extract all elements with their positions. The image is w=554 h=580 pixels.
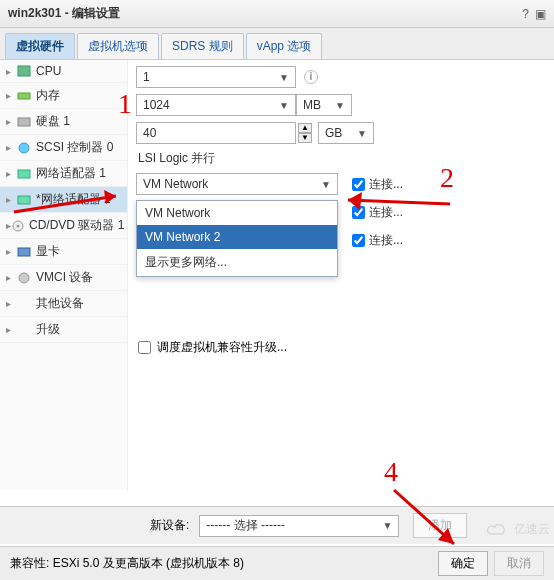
new-device-select[interactable]: ------ 选择 ------▼ xyxy=(199,515,399,537)
nic1-connect-checkbox[interactable] xyxy=(352,178,365,191)
chevron-right-icon: ▸ xyxy=(6,168,16,179)
info-icon[interactable]: i xyxy=(304,70,318,84)
svg-rect-0 xyxy=(18,66,30,76)
tab-virtual-hardware[interactable]: 虚拟硬件 xyxy=(5,33,75,59)
new-device-bar: 新设备: ------ 选择 ------▼ 添加 xyxy=(0,506,554,544)
chevron-down-icon: ▼ xyxy=(279,100,289,111)
window-title: win2k301 - 编辑设置 xyxy=(8,5,120,22)
hw-item-memory[interactable]: ▸ 内存 xyxy=(0,83,127,109)
dropdown-option[interactable]: VM Network xyxy=(137,201,337,225)
svg-rect-1 xyxy=(18,93,30,99)
hw-item-vmci[interactable]: ▸ VMCI 设备 xyxy=(0,265,127,291)
hw-item-cpu[interactable]: ▸ CPU xyxy=(0,60,127,83)
connect-label: 连接... xyxy=(369,232,403,249)
chevron-down-icon: ▼ xyxy=(321,179,331,190)
compat-text: 兼容性: ESXi 5.0 及更高版本 (虚拟机版本 8) xyxy=(10,555,244,572)
chevron-down-icon: ▼ xyxy=(279,72,289,83)
upgrade-label: 调度虚拟机兼容性升级... xyxy=(157,339,287,356)
tab-vm-options[interactable]: 虚拟机选项 xyxy=(77,33,159,59)
chevron-right-icon: ▸ xyxy=(6,298,16,309)
hw-item-nic1[interactable]: ▸ 网络适配器 1 xyxy=(0,161,127,187)
new-device-label: 新设备: xyxy=(150,517,189,534)
cpu-select[interactable]: 1▼ xyxy=(136,66,296,88)
connect-label: 连接... xyxy=(369,204,403,221)
nic1-select[interactable]: VM Network▼ xyxy=(136,173,338,195)
dropdown-option-selected[interactable]: VM Network 2 xyxy=(137,225,337,249)
help-icon[interactable]: ? xyxy=(522,7,529,21)
upgrade-checkbox[interactable] xyxy=(138,341,151,354)
cddvd-connect-checkbox[interactable] xyxy=(352,234,365,247)
cpu-icon xyxy=(16,64,32,78)
hw-item-nic2[interactable]: ▸ *网络适配器 2 xyxy=(0,187,127,213)
chevron-down-icon: ▼ xyxy=(357,128,367,139)
disk-icon xyxy=(16,115,32,129)
ok-button[interactable]: 确定 xyxy=(438,551,488,576)
chevron-right-icon: ▸ xyxy=(6,324,16,335)
svg-rect-5 xyxy=(18,196,30,204)
chevron-right-icon: ▸ xyxy=(6,246,16,257)
memory-input[interactable]: 1024▼ xyxy=(136,94,296,116)
video-icon xyxy=(16,245,32,259)
add-button: 添加 xyxy=(413,513,467,538)
nic-icon xyxy=(16,167,32,181)
disk-stepper[interactable]: ▲▼ xyxy=(298,123,312,143)
chevron-right-icon: ▸ xyxy=(6,194,16,205)
svg-rect-4 xyxy=(18,170,30,178)
chevron-down-icon: ▼ xyxy=(335,100,345,111)
memory-unit-select[interactable]: MB▼ xyxy=(296,94,352,116)
nic-icon xyxy=(16,193,32,207)
hw-item-cddvd[interactable]: ▸ CD/DVD 驱动器 1 xyxy=(0,213,127,239)
chevron-right-icon: ▸ xyxy=(6,272,16,283)
tab-vapp-options[interactable]: vApp 选项 xyxy=(246,33,323,59)
scsi-text: LSI Logic 并行 xyxy=(136,148,554,171)
chevron-down-icon: ▼ xyxy=(382,520,392,531)
memory-icon xyxy=(16,89,32,103)
chevron-right-icon: ▸ xyxy=(6,66,16,77)
disk-unit-select[interactable]: GB▼ xyxy=(318,122,374,144)
svg-point-9 xyxy=(19,273,29,283)
chevron-right-icon: ▸ xyxy=(6,116,16,127)
stepper-down-icon: ▼ xyxy=(298,133,312,143)
svg-point-3 xyxy=(19,143,29,153)
stepper-up-icon: ▲ xyxy=(298,123,312,133)
vmci-icon xyxy=(16,271,32,285)
hw-item-upgrade[interactable]: ▸ 升级 xyxy=(0,317,127,343)
compat-bar: 兼容性: ESXi 5.0 及更高版本 (虚拟机版本 8) 确定 取消 xyxy=(0,546,554,580)
tab-sdrs-rules[interactable]: SDRS 规则 xyxy=(161,33,244,59)
cddvd-icon xyxy=(11,219,25,233)
svg-rect-8 xyxy=(18,248,30,256)
svg-rect-2 xyxy=(18,118,30,126)
cancel-button[interactable]: 取消 xyxy=(494,551,544,576)
hw-item-disk[interactable]: ▸ 硬盘 1 xyxy=(0,109,127,135)
nic2-dropdown-panel: VM Network VM Network 2 显示更多网络... xyxy=(136,200,338,277)
hw-item-other[interactable]: ▸ 其他设备 xyxy=(0,291,127,317)
connect-label: 连接... xyxy=(369,176,403,193)
disk-input[interactable]: 40 xyxy=(136,122,296,144)
hardware-sidebar: ▸ CPU ▸ 内存 ▸ 硬盘 1 ▸ SCSI 控制器 0 ▸ 网络适配器 1… xyxy=(0,60,128,490)
titlebar: win2k301 - 编辑设置 ? ▣ xyxy=(0,0,554,28)
tab-bar: 虚拟硬件 虚拟机选项 SDRS 规则 vApp 选项 xyxy=(0,28,554,60)
chevron-right-icon: ▸ xyxy=(6,142,16,153)
svg-point-7 xyxy=(17,224,20,227)
expand-icon[interactable]: ▣ xyxy=(535,7,546,21)
chevron-right-icon: ▸ xyxy=(6,90,16,101)
hw-item-video[interactable]: ▸ 显卡 xyxy=(0,239,127,265)
scsi-icon xyxy=(16,141,32,155)
dropdown-option-more[interactable]: 显示更多网络... xyxy=(137,249,337,276)
nic2-connect-checkbox[interactable] xyxy=(352,206,365,219)
hw-item-scsi[interactable]: ▸ SCSI 控制器 0 xyxy=(0,135,127,161)
